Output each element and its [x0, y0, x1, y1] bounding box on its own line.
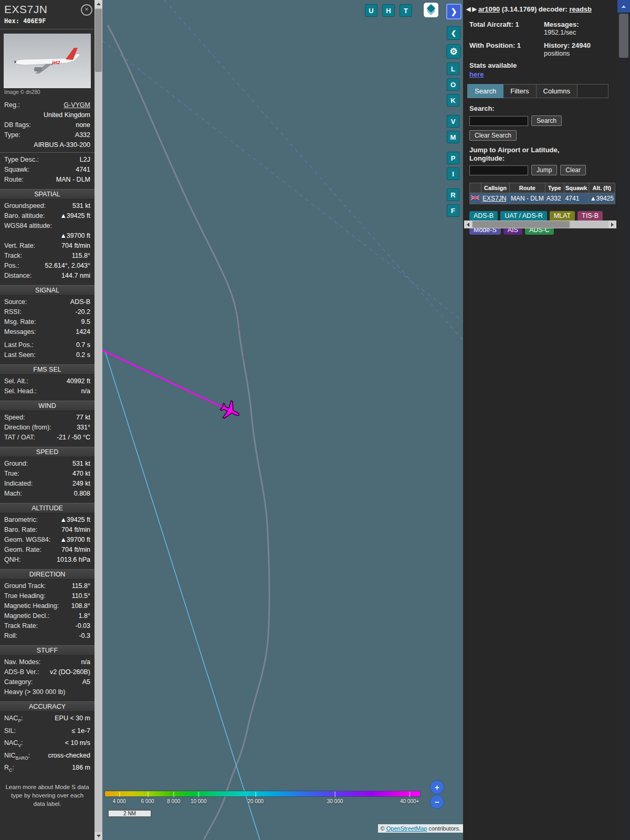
tab-filters[interactable]: Filters — [503, 84, 536, 98]
badge-uat-adsr[interactable]: UAT / ADS-R — [500, 211, 547, 221]
badge-mlat[interactable]: MLAT — [550, 211, 575, 221]
search-button[interactable]: Search — [531, 116, 562, 126]
window-scrollbar-thumb[interactable] — [619, 14, 628, 58]
map-button-h[interactable]: H — [382, 4, 395, 17]
layers-icon[interactable] — [424, 3, 438, 17]
search-input[interactable] — [469, 116, 528, 126]
data-row: DB flags:none — [0, 120, 94, 130]
history-value: positions — [544, 50, 615, 57]
close-icon[interactable]: ✕ — [81, 4, 92, 16]
map-button-p[interactable]: P — [447, 152, 459, 164]
jump-clear-button[interactable]: Clear — [560, 165, 586, 175]
row-label: RSSI: — [4, 307, 22, 317]
callsign-link[interactable]: EXS7JN — [482, 195, 506, 202]
section-header-wind: WIND — [0, 401, 94, 411]
row-value: 144.7 nmi — [61, 271, 90, 281]
row-label: Magnetic Heading: — [4, 601, 59, 611]
map-button-i[interactable]: I — [447, 167, 459, 180]
data-row: Magnetic Heading:108.8° — [0, 601, 94, 611]
stats-here-link[interactable]: here — [469, 70, 484, 78]
row-label: Distance: — [4, 271, 32, 281]
uk-flag-icon — [471, 195, 479, 201]
scroll-up-icon[interactable] — [94, 0, 102, 8]
window-scrollbar[interactable] — [617, 0, 630, 840]
divider — [0, 29, 94, 29]
scroll-left-icon[interactable] — [464, 220, 472, 228]
legend-label: 6 000 — [141, 799, 154, 804]
jump-row: Jump Clear — [463, 165, 617, 175]
row-label: RC: — [4, 763, 14, 775]
legend-label: 30 000 — [327, 799, 343, 804]
stats-available-text: Stats available — [463, 57, 617, 69]
data-row: NACP:EPU < 30 m — [0, 713, 94, 726]
col-flag[interactable] — [470, 183, 481, 193]
col-squawk[interactable]: Squawk — [564, 183, 589, 193]
row-label: Pos.: — [4, 261, 19, 271]
row-value: 0.2 s — [76, 350, 90, 360]
map-button-r[interactable]: R — [447, 188, 459, 201]
row-value: cross-checked — [48, 751, 90, 763]
row-value: n/a — [81, 657, 90, 667]
collapse-sidebar-button[interactable]: ❮ — [447, 26, 460, 40]
badge-adsb[interactable]: ADS-B — [469, 211, 498, 221]
data-row: Source:ADS-B — [0, 297, 94, 307]
aircraft-photo-art: jet2 — [4, 34, 91, 88]
aircraft-row[interactable]: EXS7JN MAN - DLM A332 4741 ▲39425 — [470, 193, 615, 204]
horizontal-scrollbar[interactable] — [464, 220, 616, 228]
horizontal-scrollbar-thumb[interactable] — [472, 221, 570, 228]
map-button-t[interactable]: T — [400, 4, 412, 17]
section-header-fms: FMS SEL — [0, 364, 94, 375]
map-button-k[interactable]: K — [447, 94, 459, 107]
history-label: History: 24940 — [544, 41, 615, 49]
jump-input[interactable] — [469, 165, 528, 175]
badge-tisb[interactable]: TIS-B — [578, 211, 603, 221]
map-button-v[interactable]: V — [447, 115, 459, 128]
row-value: < 10 m/s — [65, 738, 90, 751]
map-scale: 2 NM — [108, 810, 152, 817]
scroll-up-icon[interactable] — [617, 0, 630, 13]
col-route[interactable]: Route — [510, 183, 545, 193]
stats-block: Total Aircraft: 1 Messages: 1952.1/sec W… — [463, 13, 617, 57]
aircraft-photo[interactable]: jet2 — [4, 34, 91, 88]
sidebar-scrollbar-thumb[interactable] — [95, 9, 102, 72]
readsb-link[interactable]: readsb — [569, 5, 592, 13]
col-type[interactable]: Type — [545, 183, 564, 193]
gear-icon[interactable]: ⚙ — [446, 44, 461, 59]
row-value: A5 — [82, 677, 90, 687]
row-label: QNH: — [4, 555, 20, 565]
map-button-u[interactable]: U — [365, 4, 377, 17]
expand-panel-button[interactable]: ❯ — [446, 4, 461, 19]
panel-prev-icon[interactable]: ◀ — [466, 6, 470, 13]
scroll-down-icon[interactable] — [94, 832, 102, 840]
tar1090-link[interactable]: ar1090 — [478, 5, 500, 13]
messages-value: 1952.1/sec — [544, 29, 615, 36]
col-callsign[interactable]: Callsign — [481, 183, 510, 193]
row-value: 0.808 — [74, 489, 90, 499]
row-value: ▲39425 ft — [60, 515, 90, 525]
map[interactable]: United Kingdom · England U H T ❯ ❮ ⚙ L O… — [102, 0, 463, 840]
map-button-l[interactable]: L — [447, 62, 459, 75]
jump-button[interactable]: Jump — [531, 165, 557, 175]
row-label: NACV: — [4, 738, 23, 751]
openstreetmap-link[interactable]: OpenStreetMap — [386, 825, 427, 832]
row-label: Indicated: — [4, 479, 33, 489]
scroll-right-icon[interactable] — [608, 220, 616, 228]
map-button-o[interactable]: O — [447, 78, 459, 91]
tab-search[interactable]: Search — [467, 84, 503, 98]
panel-next-icon[interactable]: ▶ — [472, 6, 476, 13]
aircraft-icon[interactable] — [218, 398, 243, 423]
col-alt[interactable]: Alt. (ft) — [589, 183, 615, 193]
zoom-in-button[interactable]: + — [430, 780, 444, 794]
zoom-out-button[interactable]: − — [430, 795, 444, 809]
data-row: Mach:0.808 — [0, 489, 94, 499]
row-value: 1013.6 hPa — [57, 555, 90, 565]
registration-link[interactable]: G-VYGM — [64, 101, 90, 109]
clear-search-button[interactable]: Clear Search — [469, 130, 517, 141]
tab-columns[interactable]: Columns — [537, 84, 578, 98]
map-button-f[interactable]: F — [447, 204, 459, 217]
data-row: Geom. WGS84:▲39700 ft — [0, 535, 94, 545]
map-button-m[interactable]: M — [447, 131, 459, 143]
data-row: ADS-B Ver.:v2 (DO-260B) — [0, 667, 94, 677]
data-row: RC:186 m — [0, 763, 94, 775]
sidebar-scrollbar[interactable] — [94, 0, 102, 840]
